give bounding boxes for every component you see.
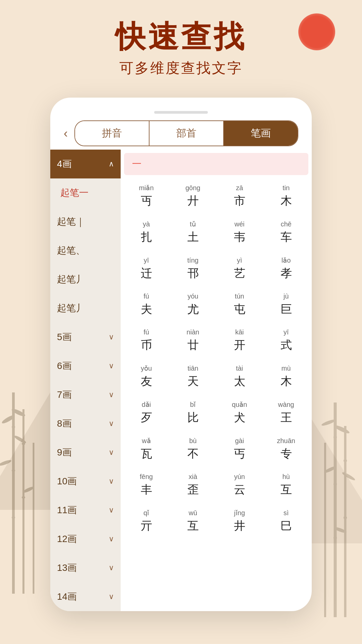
char-cell[interactable]: wū互 [170,503,216,539]
char-pinyin: yì [237,257,242,264]
char-cell[interactable]: xià歪 [170,468,216,503]
char-hanzi: 互 [281,482,292,497]
char-cell[interactable]: tún屯 [217,287,262,322]
svg-rect-19 [344,460,347,462]
char-cell[interactable]: yī迁 [123,251,169,286]
char-cell[interactable]: kāi开 [217,323,262,358]
sidebar-item-5hua[interactable]: 5画 ∨ [50,323,121,352]
svg-point-23 [341,471,356,482]
char-hanzi: 尤 [187,302,199,317]
char-cell[interactable]: tin木 [263,178,309,214]
sidebar-subitem-qibi3[interactable]: 起笔、 [50,236,121,265]
char-pinyin: tài [236,365,243,372]
chevron-down-icon-6: ∨ [109,362,114,370]
char-cell[interactable]: yì艺 [217,251,262,286]
sidebar-item-8hua[interactable]: 8画 ∨ [50,409,121,438]
char-pinyin: fú [143,292,149,300]
sidebar-subitem-qibi1[interactable]: 起笔一 [50,178,121,207]
char-hanzi: 专 [281,446,292,462]
sidebar-item-7hua[interactable]: 7画 ∨ [50,380,121,409]
char-cell[interactable]: jǐng井 [217,503,262,539]
svg-point-10 [0,459,12,467]
char-cell[interactable]: wàng王 [263,395,309,431]
char-cell[interactable]: jù巨 [263,287,309,322]
chevron-down-icon-8: ∨ [109,419,114,428]
char-hanzi: 丰 [141,482,152,497]
char-pinyin: yóu [187,292,198,300]
char-cell[interactable]: bǐ比 [170,395,216,431]
sidebar-item-10hua[interactable]: 10画 ∨ [50,467,121,496]
sidebar-item-6hua[interactable]: 6画 ∨ [50,352,121,380]
char-cell[interactable]: yǒu友 [123,359,169,394]
selected-char: 一 [132,159,141,169]
char-cell[interactable]: mù木 [263,359,309,394]
char-cell[interactable]: tíng邗 [170,251,216,286]
tab-pinyin[interactable]: 拼音 [75,121,149,146]
char-cell[interactable]: sì巳 [263,503,309,539]
sidebar-subitem-qibi2[interactable]: 起笔｜ [50,207,121,236]
char-cell[interactable]: yà扎 [123,215,169,250]
sidebar-item-13hua[interactable]: 13画 ∨ [50,553,121,582]
char-pinyin: bǐ [190,400,196,409]
char-cell[interactable]: gài丐 [217,431,262,467]
char-pinyin: xià [189,473,197,481]
char-cell[interactable]: niàn廿 [170,323,216,358]
chevron-down-icon-11: ∨ [109,506,114,515]
sidebar-item-11hua[interactable]: 11画 ∨ [50,496,121,525]
char-cell[interactable]: zā市 [217,178,262,214]
sidebar-item-9hua[interactable]: 9画 ∨ [50,438,121,467]
char-cell[interactable]: wǎ瓦 [123,431,169,467]
tab-bihua[interactable]: 笔画 [224,121,298,146]
char-pinyin: yǒu [141,364,152,372]
char-cell[interactable]: wéi韦 [217,215,262,250]
char-cell[interactable]: lǎo孝 [263,251,309,286]
char-cell[interactable]: fēng丰 [123,468,169,503]
char-cell[interactable]: hù互 [263,468,309,503]
char-pinyin: jù [284,292,289,300]
char-pinyin: zhuān [277,437,295,445]
sidebar-item-14hua[interactable]: 14画 ∨ [50,582,121,611]
sidebar-item-4hua[interactable]: 4画 ∧ [50,150,121,178]
char-hanzi: 太 [234,374,245,389]
sub-title: 可多维度查找文字 [0,59,362,77]
char-cell[interactable]: dǎi歹 [123,395,169,431]
char-cell[interactable]: yī式 [263,323,309,358]
char-cell[interactable]: yún云 [217,468,262,503]
char-cell[interactable]: tài太 [217,359,262,394]
char-hanzi: 夫 [141,302,152,317]
char-pinyin: hù [282,473,290,481]
char-cell[interactable]: gōng廾 [170,178,216,214]
char-hanzi: 瓦 [141,446,152,462]
svg-rect-3 [12,426,15,428]
main-title: 快速查找 [0,20,362,53]
char-cell[interactable]: tiān天 [170,359,216,394]
char-cell[interactable]: tǔ土 [170,215,216,250]
char-hanzi: 式 [281,337,292,353]
char-pinyin: fú [143,328,149,336]
svg-rect-6 [22,443,25,445]
char-grid: miǎn丏gōng廾zā市tin木yà扎tǔ土wéi韦chē车yī迁tíng邗y… [121,178,312,539]
char-cell[interactable]: miǎn丏 [123,178,169,214]
char-cell[interactable]: quǎn犬 [217,395,262,431]
char-cell[interactable]: chē车 [263,215,309,250]
char-cell[interactable]: zhuān专 [263,431,309,467]
back-button[interactable]: ‹ [64,126,68,141]
char-cell[interactable]: qǐ亓 [123,503,169,539]
char-hanzi: 邗 [187,266,199,281]
char-pinyin: tún [235,292,244,300]
chevron-down-icon-12: ∨ [109,535,114,543]
sidebar-subitem-qibi4[interactable]: 起笔丿 [50,265,121,294]
sidebar-item-12hua[interactable]: 12画 ∨ [50,525,121,553]
char-hanzi: 木 [281,193,292,209]
sidebar-subitem-qibi5[interactable]: 起笔⼃ [50,294,121,323]
char-cell[interactable]: fú夫 [123,287,169,322]
char-hanzi: 亓 [141,518,152,534]
char-pinyin: gōng [185,184,200,192]
char-cell[interactable]: fú币 [123,323,169,358]
char-cell[interactable]: bù不 [170,431,216,467]
chevron-down-icon-9: ∨ [109,448,114,457]
tab-bushou[interactable]: 部首 [149,121,224,146]
char-cell[interactable]: yóu尤 [170,287,216,322]
char-hanzi: 扎 [141,229,152,245]
char-hanzi: 木 [281,374,292,389]
